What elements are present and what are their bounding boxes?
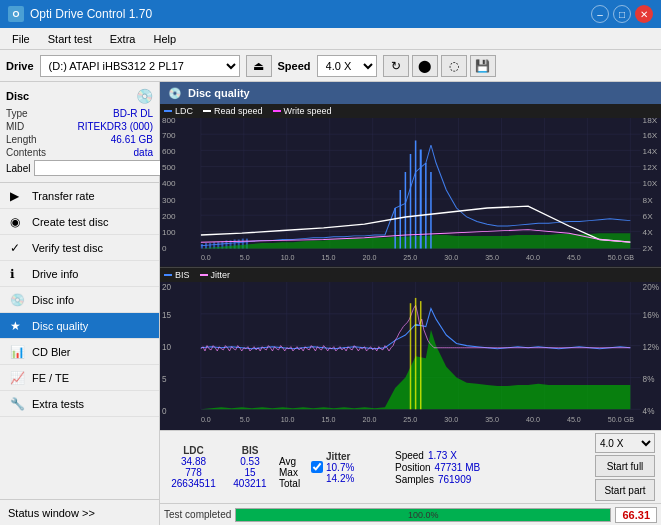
svg-text:6X: 6X: [643, 212, 653, 220]
svg-text:20%: 20%: [643, 282, 660, 292]
app-icon: O: [8, 6, 24, 22]
legend-jitter: Jitter: [200, 270, 231, 280]
svg-text:300: 300: [162, 196, 176, 204]
mid-value: RITEKDR3 (000): [77, 121, 153, 132]
contents-value: data: [134, 147, 153, 158]
svg-text:15: 15: [162, 309, 171, 319]
svg-text:200: 200: [162, 212, 176, 220]
menu-file[interactable]: File: [4, 31, 38, 47]
save-button[interactable]: 💾: [470, 55, 496, 77]
legend-bis: BIS: [164, 270, 190, 280]
eject-button[interactable]: ⏏: [246, 55, 272, 77]
menu-start-test[interactable]: Start test: [40, 31, 100, 47]
bis-avg: 0.53: [225, 456, 275, 467]
jitter-checkbox[interactable]: [311, 461, 323, 473]
length-value: 46.61 GB: [111, 134, 153, 145]
menu-help[interactable]: Help: [145, 31, 184, 47]
fe-te-icon: 📈: [10, 371, 26, 385]
ldc-total: 26634511: [166, 478, 221, 489]
svg-text:400: 400: [162, 180, 176, 188]
menu-extra[interactable]: Extra: [102, 31, 144, 47]
svg-text:30.0: 30.0: [444, 414, 458, 423]
maximize-button[interactable]: □: [613, 5, 631, 23]
ldc-stats: LDC 34.88 778 26634511: [166, 445, 221, 489]
svg-text:30.0: 30.0: [444, 255, 458, 262]
status-window-label: Status window >>: [8, 507, 95, 519]
type-label: Type: [6, 108, 28, 119]
type-value: BD-R DL: [113, 108, 153, 119]
erase-button[interactable]: ◌: [441, 55, 467, 77]
svg-text:15.0: 15.0: [322, 414, 336, 423]
drive-bar: Drive (D:) ATAPI iHBS312 2 PL17 ⏏ Speed …: [0, 50, 661, 82]
disc-info-panel: Disc 💿 Type BD-R DL MID RITEKDR3 (000) L…: [0, 82, 159, 183]
cd-bler-icon: 📊: [10, 345, 26, 359]
svg-text:10X: 10X: [643, 180, 658, 188]
progress-label: 100.0%: [408, 510, 439, 520]
ldc-max: 778: [166, 467, 221, 478]
position-value: 47731 MB: [435, 462, 481, 473]
sidebar-item-cd-bler[interactable]: 📊 CD Bler: [0, 339, 159, 365]
sidebar-item-label: Verify test disc: [32, 242, 103, 254]
app-title: Opti Drive Control 1.70: [30, 7, 152, 21]
svg-text:12X: 12X: [643, 164, 658, 172]
status-window-button[interactable]: Status window >>: [0, 499, 159, 525]
mid-label: MID: [6, 121, 24, 132]
svg-text:35.0: 35.0: [485, 414, 499, 423]
sidebar-item-label: Create test disc: [32, 216, 108, 228]
sidebar-item-create-test-disc[interactable]: ◉ Create test disc: [0, 209, 159, 235]
sidebar-item-verify-test-disc[interactable]: ✓ Verify test disc: [0, 235, 159, 261]
svg-text:0.0: 0.0: [201, 255, 211, 262]
svg-text:16%: 16%: [643, 309, 660, 319]
ldc-header: LDC: [166, 445, 221, 456]
start-full-button[interactable]: Start full: [595, 455, 655, 477]
svg-text:50.0 GB: 50.0 GB: [608, 414, 634, 423]
jitter-avg: 10.7%: [326, 462, 354, 473]
svg-text:16X: 16X: [643, 131, 658, 139]
chart1-canvas: 0 100 200 300 400 500 600 700 800 18X 16…: [160, 118, 661, 267]
sidebar-item-drive-info[interactable]: ℹ Drive info: [0, 261, 159, 287]
svg-text:10: 10: [162, 341, 171, 351]
svg-text:15.0: 15.0: [322, 255, 336, 262]
extra-tests-icon: 🔧: [10, 397, 26, 411]
total-label: Total: [279, 478, 307, 489]
sidebar-menu: ▶ Transfer rate ◉ Create test disc ✓ Ver…: [0, 183, 159, 499]
svg-text:5.0: 5.0: [240, 255, 250, 262]
position-stats: Speed 1.73 X Position 47731 MB Samples 7…: [395, 450, 485, 485]
refresh-button[interactable]: ↻: [383, 55, 409, 77]
sidebar-item-label: Transfer rate: [32, 190, 95, 202]
status-text: Test completed: [164, 509, 231, 520]
action-panel: 4.0 X Start full Start part: [595, 433, 655, 501]
drive-select[interactable]: (D:) ATAPI iHBS312 2 PL17: [40, 55, 240, 77]
close-button[interactable]: ✕: [635, 5, 653, 23]
sidebar-item-label: FE / TE: [32, 372, 69, 384]
speed-label: Speed: [395, 450, 424, 461]
record-button[interactable]: ⬤: [412, 55, 438, 77]
contents-label: Contents: [6, 147, 46, 158]
sidebar-item-fe-te[interactable]: 📈 FE / TE: [0, 365, 159, 391]
start-part-button[interactable]: Start part: [595, 479, 655, 501]
svg-text:50.0 GB: 50.0 GB: [608, 255, 635, 262]
disc-label-input[interactable]: [34, 160, 167, 176]
svg-text:800: 800: [162, 118, 176, 125]
speed-selector[interactable]: 4.0 X: [595, 433, 655, 453]
speed-value: 1.73 X: [428, 450, 457, 461]
legend-write-speed: Write speed: [273, 106, 332, 116]
minimize-button[interactable]: –: [591, 5, 609, 23]
bis-header: BIS: [225, 445, 275, 456]
svg-text:25.0: 25.0: [403, 255, 417, 262]
menu-bar: File Start test Extra Help: [0, 28, 661, 50]
chart1-section: LDC Read speed Write speed: [160, 104, 661, 268]
sidebar-item-transfer-rate[interactable]: ▶ Transfer rate: [0, 183, 159, 209]
transfer-rate-icon: ▶: [10, 189, 26, 203]
disc-quality-icon: ★: [10, 319, 26, 333]
bis-max: 15: [225, 467, 275, 478]
sidebar-item-disc-info[interactable]: 💿 Disc info: [0, 287, 159, 313]
speed-select[interactable]: 4.0 X: [317, 55, 377, 77]
sidebar-item-disc-quality[interactable]: ★ Disc quality: [0, 313, 159, 339]
svg-text:5.0: 5.0: [240, 414, 250, 423]
chart1-legend: LDC Read speed Write speed: [160, 104, 661, 118]
drive-label: Drive: [6, 60, 34, 72]
sidebar-item-label: Disc quality: [32, 320, 88, 332]
disc-section-title: Disc: [6, 90, 29, 102]
sidebar-item-extra-tests[interactable]: 🔧 Extra tests: [0, 391, 159, 417]
